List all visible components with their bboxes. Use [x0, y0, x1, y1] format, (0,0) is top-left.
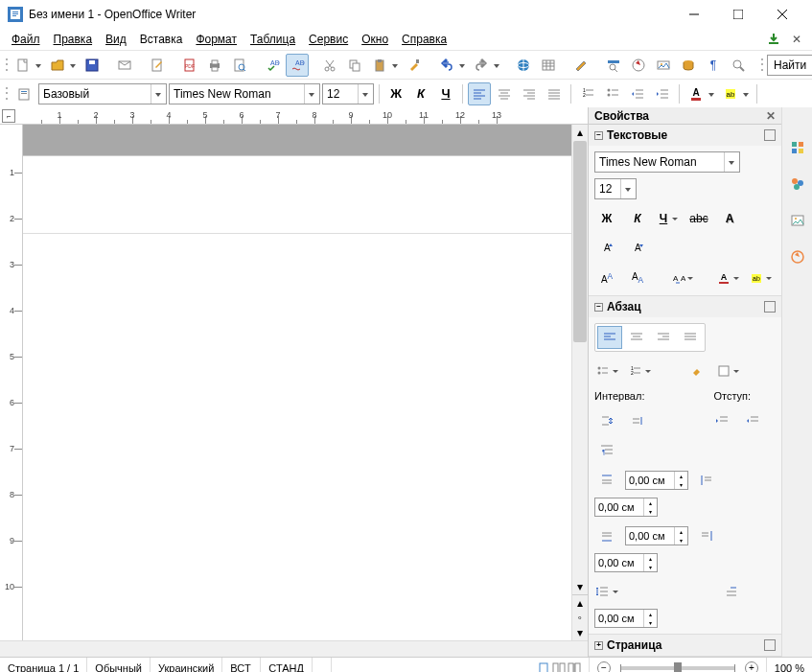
print-button[interactable] — [203, 54, 226, 77]
autospell-button[interactable]: ABC — [286, 54, 309, 77]
find-input[interactable]: Найти — [767, 55, 812, 76]
find-replace-button[interactable] — [602, 54, 625, 77]
above-spacing-input[interactable]: ▴▾ — [625, 471, 688, 490]
align-left-button[interactable] — [468, 82, 491, 105]
menu-tools[interactable]: Сервис — [303, 31, 354, 48]
nonprinting-chars-button[interactable]: ¶ — [702, 54, 725, 77]
align-right-button[interactable] — [518, 82, 541, 105]
sidebar-inc-indent[interactable] — [709, 409, 734, 432]
menu-format[interactable]: Формат — [190, 31, 243, 48]
document-canvas[interactable] — [23, 125, 571, 640]
italic-button[interactable]: К — [409, 82, 432, 105]
doc-close-button[interactable]: ✕ — [787, 33, 806, 46]
sidebar-tab-styles[interactable] — [786, 173, 809, 196]
sidebar-align-right[interactable] — [651, 326, 676, 349]
sidebar-tab-navigator[interactable] — [786, 245, 809, 268]
status-style[interactable]: Обычный — [87, 658, 151, 672]
status-page[interactable]: Страница 1 / 1 — [0, 658, 87, 672]
menu-table[interactable]: Таблица — [244, 31, 301, 48]
styles-button[interactable] — [13, 82, 36, 105]
redo-button[interactable] — [470, 54, 502, 77]
sidebar-section-para-header[interactable]: −Абзац — [589, 296, 781, 317]
print-preview-button[interactable] — [228, 54, 251, 77]
format-paintbrush-button[interactable] — [403, 54, 426, 77]
gallery-button[interactable] — [652, 54, 675, 77]
sidebar-strike-button[interactable]: abc — [686, 207, 711, 230]
decrease-indent-button[interactable] — [626, 82, 649, 105]
status-signature[interactable] — [313, 658, 332, 672]
line-spacing-button[interactable] — [594, 580, 621, 603]
zoom-button[interactable] — [727, 54, 750, 77]
sidebar-font-color-button[interactable]: A — [715, 266, 742, 290]
bullets-button[interactable] — [601, 82, 624, 105]
toolbar-grip[interactable] — [759, 56, 763, 75]
horizontal-ruler[interactable]: ⌐ 12345678910111213 — [0, 107, 588, 125]
close-button[interactable] — [760, 0, 804, 29]
menu-window[interactable]: Окно — [356, 31, 394, 48]
edit-doc-button[interactable] — [146, 54, 169, 77]
table-button[interactable] — [537, 54, 560, 77]
menu-view[interactable]: Вид — [100, 31, 132, 48]
paragraph-style-select[interactable]: Базовый — [38, 83, 167, 104]
sidebar-para-bg-button[interactable] — [715, 359, 742, 382]
sidebar-align-left[interactable] — [597, 326, 622, 349]
toolbar-grip[interactable] — [4, 84, 10, 104]
maximize-button[interactable] — [716, 0, 760, 29]
zoom-slider[interactable] — [620, 666, 735, 670]
sidebar-tab-gallery[interactable] — [786, 209, 809, 232]
minimize-button[interactable] — [672, 0, 716, 29]
left-indent-input[interactable]: ▴▾ — [594, 498, 658, 517]
highlight-button[interactable]: ab — [719, 82, 752, 105]
zoom-in-button[interactable]: + — [745, 661, 758, 673]
view-layout-buttons[interactable] — [529, 658, 589, 672]
status-selection-mode[interactable]: СТАНД — [261, 658, 313, 672]
sidebar-underline-button[interactable]: Ч — [656, 207, 681, 230]
sidebar-section-page-header[interactable]: +Страница — [589, 635, 781, 656]
sidebar-font-select[interactable]: Times New Roman — [594, 151, 740, 173]
bold-button[interactable]: Ж — [384, 82, 407, 105]
sidebar-bgcolor-button[interactable] — [684, 359, 709, 382]
sidebar-highlight-button[interactable]: ab — [748, 266, 775, 290]
sidebar-shadow-button[interactable]: A — [717, 207, 742, 230]
first-line-indent-input[interactable]: ▴▾ — [594, 609, 658, 628]
menu-file[interactable]: Файл — [6, 31, 46, 48]
sidebar-bold-button[interactable]: Ж — [594, 207, 619, 230]
vertical-scrollbar[interactable]: ▴ ▾ ▴ ◦ ▾ — [571, 125, 588, 640]
toolbar-grip[interactable] — [4, 56, 8, 75]
align-justify-button[interactable] — [543, 82, 566, 105]
vertical-ruler[interactable]: 12345678910 — [0, 125, 23, 640]
sidebar-subscript-button[interactable]: AA — [625, 266, 650, 290]
zoom-out-button[interactable]: − — [597, 661, 611, 673]
draw-functions-button[interactable] — [569, 54, 592, 77]
font-size-select[interactable]: 12 — [322, 83, 374, 104]
copy-button[interactable] — [343, 54, 366, 77]
below-spacing-input[interactable]: ▴▾ — [625, 526, 688, 545]
numbering-button[interactable]: 12 — [576, 82, 599, 105]
paste-button[interactable] — [368, 54, 401, 77]
sidebar-align-center[interactable] — [624, 326, 649, 349]
increase-indent-button[interactable] — [651, 82, 674, 105]
align-center-button[interactable] — [493, 82, 516, 105]
right-indent-input[interactable]: ▴▾ — [594, 553, 658, 572]
hyperlink-button[interactable] — [512, 54, 535, 77]
font-name-select[interactable]: Times New Roman — [169, 83, 320, 104]
sidebar-numbering-button[interactable]: 12 — [627, 359, 654, 382]
undo-button[interactable] — [435, 54, 468, 77]
open-button[interactable] — [46, 54, 79, 77]
sidebar-tab-properties[interactable] — [786, 136, 809, 159]
datasources-button[interactable] — [677, 54, 700, 77]
status-language[interactable]: Украинский — [151, 658, 222, 672]
new-button[interactable] — [12, 54, 44, 77]
font-color-button[interactable]: A — [684, 82, 717, 105]
sidebar-section-text-header[interactable]: −Текстовые — [589, 125, 781, 146]
sidebar-grow-font-button[interactable]: A — [594, 236, 619, 259]
menu-insert[interactable]: Вставка — [134, 31, 189, 48]
export-pdf-button[interactable]: PDF — [178, 54, 201, 77]
sidebar-italic-button[interactable]: К — [625, 207, 650, 230]
cut-button[interactable] — [318, 54, 341, 77]
sidebar-shrink-font-button[interactable]: A — [625, 236, 650, 259]
zoom-percent[interactable]: 100 % — [767, 658, 812, 672]
sidebar-size-select[interactable]: 12 — [594, 178, 637, 199]
download-update-icon[interactable] — [762, 28, 785, 51]
status-insert-mode[interactable]: ВСТ — [222, 658, 261, 672]
